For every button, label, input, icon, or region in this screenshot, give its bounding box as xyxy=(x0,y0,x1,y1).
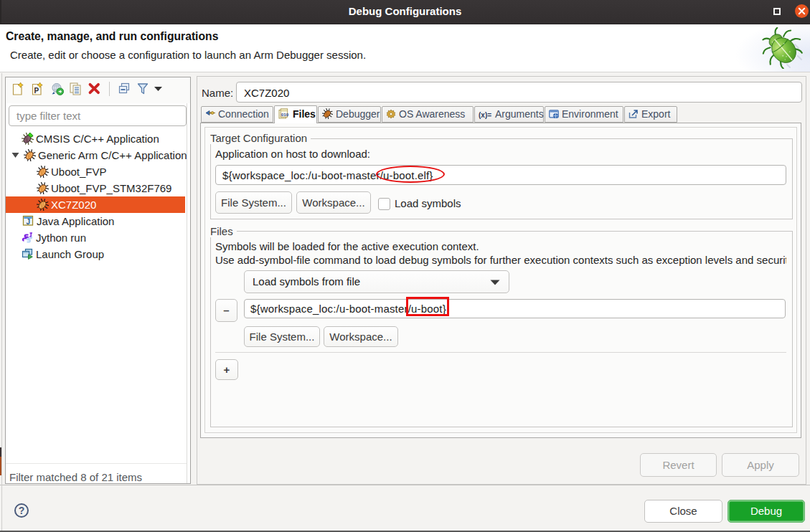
svg-text:(x)=: (x)= xyxy=(479,111,491,119)
svg-text:J: J xyxy=(27,218,31,226)
svg-text:P: P xyxy=(34,87,39,95)
svg-text:010: 010 xyxy=(281,112,289,117)
